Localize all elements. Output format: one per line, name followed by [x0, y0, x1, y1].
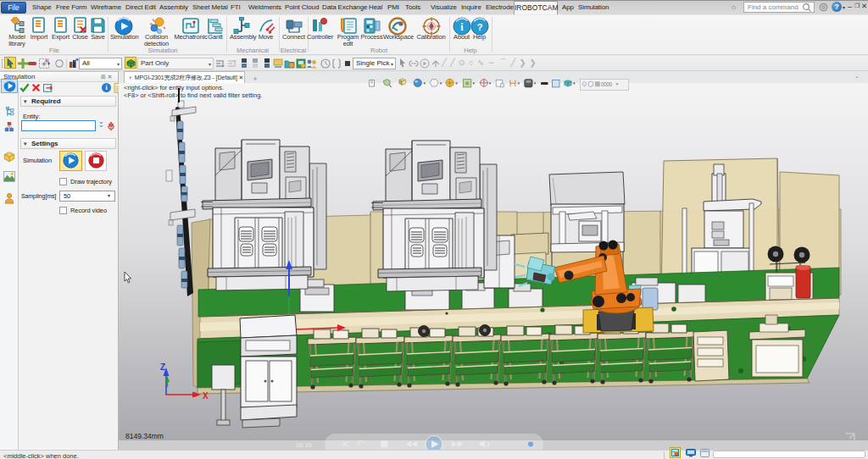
svg-text:8149.34mm: 8149.34mm: [125, 432, 164, 440]
svg-text:▾: ▾: [455, 80, 458, 86]
svg-text:X: X: [203, 391, 209, 401]
svg-text:▾: ▾: [440, 80, 442, 86]
svg-text:▾: ▾: [489, 80, 492, 86]
svg-text:▾: ▾: [517, 80, 520, 86]
svg-text:0000: 0000: [601, 81, 612, 87]
svg-text:Z: Z: [160, 362, 165, 372]
svg-text:▾: ▾: [472, 80, 475, 86]
svg-text:?: ?: [477, 22, 483, 32]
svg-text:▾: ▾: [534, 80, 537, 86]
svg-text:▾: ▾: [573, 80, 576, 86]
svg-text:▾: ▾: [424, 80, 426, 86]
svg-text:00:33: 00:33: [296, 441, 312, 449]
